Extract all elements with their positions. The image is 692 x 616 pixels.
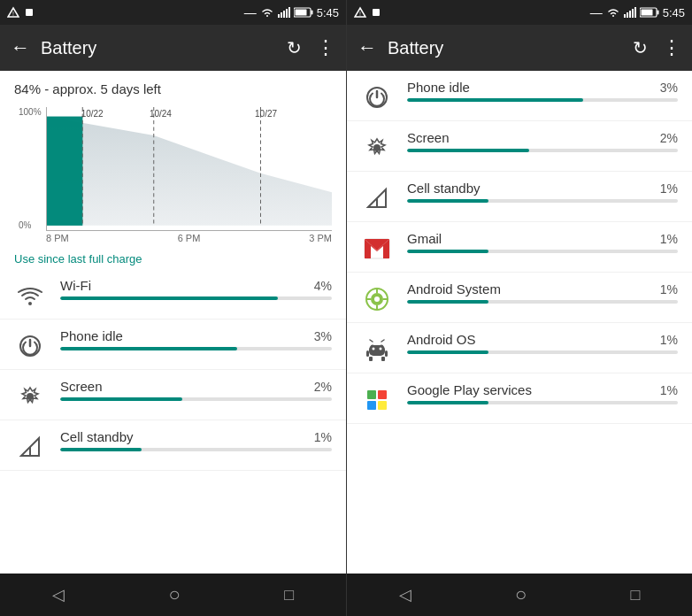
home-nav-left[interactable]: ○ (168, 583, 180, 606)
right-phone-idle-info: Phone idle 3% (407, 80, 678, 102)
right-android-system-track (407, 300, 678, 304)
refresh-button-right[interactable]: ↻ (629, 34, 651, 62)
play-services-icon (361, 382, 393, 414)
home-nav-right[interactable]: ○ (515, 583, 527, 606)
phone-idle-name: Phone idle (60, 328, 123, 343)
svg-line-59 (370, 340, 373, 342)
right-phone-idle-fill (407, 98, 583, 102)
right-item-play-services[interactable]: Google Play services 1% (347, 373, 692, 424)
wifi-icon (14, 278, 46, 310)
content-left: 84% - approx. 5 days left (0, 71, 346, 574)
svg-point-21 (33, 354, 35, 356)
battery-status-icon (294, 7, 313, 18)
cell-standby-progress-fill (60, 448, 142, 451)
battery-item-wifi-info: Wi-Fi 4% (60, 278, 332, 300)
svg-rect-66 (378, 390, 387, 399)
notification-icon-right (370, 6, 382, 19)
chart-y-labels: 100% 0% (19, 107, 42, 230)
cell-standby-name: Cell standby (60, 429, 134, 444)
back-nav-left[interactable]: ◁ (52, 585, 65, 604)
wifi-progress-track (60, 296, 332, 300)
chart-x-labels: 8 PM 6 PM 3 PM (46, 231, 332, 243)
page-title-right: Battery (388, 38, 622, 58)
right-cell-standby-fill (407, 199, 488, 203)
minus-icon: — (244, 5, 257, 19)
right-item-android-system[interactable]: Android System 1% (347, 273, 692, 323)
time-left: 5:45 (317, 6, 339, 19)
svg-rect-5 (283, 11, 285, 18)
svg-rect-13 (47, 117, 82, 226)
more-button-right[interactable]: ⋮ (658, 33, 685, 63)
power-icon (14, 328, 46, 360)
svg-rect-68 (378, 401, 387, 410)
right-phone-idle-pct: 3% (660, 81, 678, 95)
right-screen-track (407, 149, 678, 152)
svg-point-20 (26, 354, 27, 356)
battery-item-wifi[interactable]: Wi-Fi 4% (0, 269, 346, 320)
use-since-label: Use since last full charge (0, 245, 346, 269)
right-item-phone-idle[interactable]: Phone idle 3% (347, 71, 692, 121)
android-system-icon (361, 281, 393, 313)
svg-text:!: ! (12, 11, 14, 17)
right-screen-info: Screen 2% (407, 130, 678, 152)
svg-point-17 (28, 302, 32, 305)
right-item-android-os[interactable]: Android OS 1% (347, 323, 692, 373)
nav-bar-right: ◁ ○ □ (347, 574, 692, 616)
recent-nav-left[interactable]: □ (284, 586, 294, 604)
svg-point-38 (376, 105, 378, 107)
right-item-screen[interactable]: Screen 2% (347, 121, 692, 172)
right-android-system-fill (407, 300, 488, 304)
cell-signal-icon (14, 429, 46, 461)
right-cell-standby-pct: 1% (660, 181, 678, 196)
screen-progress-track (60, 397, 332, 401)
more-button-left[interactable]: ⋮ (312, 33, 339, 63)
battery-item-phone-idle[interactable]: Phone idle 3% (0, 320, 346, 370)
battery-item-screen[interactable]: Screen 2% (0, 370, 346, 420)
minus-icon-right: — (590, 5, 603, 19)
battery-item-cell-standby[interactable]: Cell standby 1% (0, 420, 346, 471)
right-android-system-pct: 1% (660, 282, 678, 296)
right-item-gmail[interactable]: Gmail 1% (347, 222, 692, 273)
right-play-services-name: Google Play services (407, 382, 532, 397)
svg-rect-32 (632, 9, 634, 18)
gmail-icon (361, 231, 393, 263)
svg-point-49 (374, 296, 380, 302)
right-power-icon (361, 80, 393, 112)
right-android-os-name: Android OS (407, 332, 476, 347)
refresh-button-left[interactable]: ↻ (283, 34, 305, 62)
right-cell-standby-track (407, 199, 678, 203)
back-button-right[interactable]: ← (354, 33, 381, 63)
svg-rect-10 (295, 10, 306, 16)
right-play-services-track (407, 401, 678, 404)
battery-item-screen-info: Screen 2% (60, 379, 332, 401)
battery-summary: 84% - approx. 5 days left (0, 71, 346, 104)
svg-rect-2 (26, 9, 33, 16)
svg-point-19 (29, 354, 31, 356)
right-item-cell-standby[interactable]: Cell standby 1% (347, 172, 692, 222)
svg-line-60 (381, 340, 384, 342)
svg-rect-33 (634, 7, 636, 18)
svg-rect-6 (286, 9, 288, 18)
right-android-system-info: Android System 1% (407, 281, 678, 304)
recent-nav-right[interactable]: □ (630, 586, 640, 604)
right-gmail-info: Gmail 1% (407, 231, 678, 253)
right-brightness-icon (361, 130, 393, 162)
status-bar-right: ! — 5:45 (347, 0, 692, 25)
svg-marker-11 (47, 117, 332, 226)
svg-rect-56 (369, 345, 385, 356)
right-phone-idle-track (407, 98, 678, 102)
alert-icon: ! (7, 6, 19, 19)
svg-rect-29 (624, 14, 626, 18)
svg-rect-62 (381, 357, 385, 361)
back-nav-right[interactable]: ◁ (399, 585, 411, 604)
svg-rect-61 (369, 357, 373, 361)
status-left-icons-right: ! (354, 6, 382, 19)
right-screen-pct: 2% (660, 131, 678, 145)
wifi-status-icon-right (606, 7, 620, 18)
svg-rect-7 (288, 7, 290, 18)
battery-item-cell-standby-info: Cell standby 1% (60, 429, 332, 451)
back-button-left[interactable]: ← (7, 33, 34, 63)
right-gmail-track (407, 250, 678, 253)
battery-item-phone-idle-info: Phone idle 3% (60, 328, 332, 350)
right-cell-icon (361, 181, 393, 212)
